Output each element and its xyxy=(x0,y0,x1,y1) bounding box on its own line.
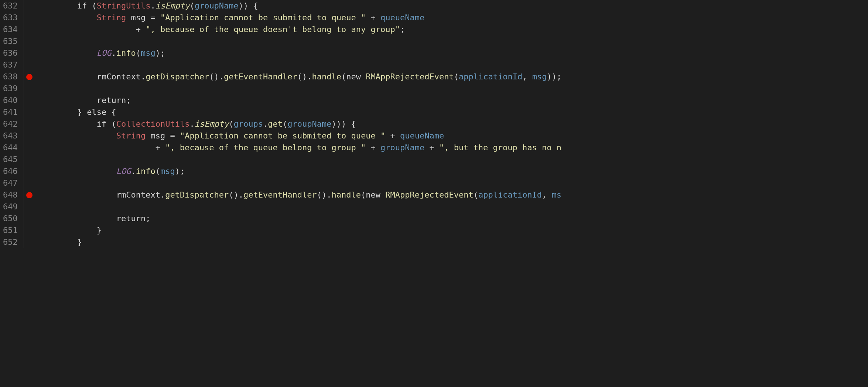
code-line[interactable]: if (CollectionUtils.isEmpty(groups.get(g… xyxy=(38,118,868,130)
code-token: ( xyxy=(283,118,287,130)
code-token: handle xyxy=(332,189,361,201)
code-line[interactable] xyxy=(38,59,868,71)
code-token: ", because of the queue doesn't belong t… xyxy=(146,24,400,35)
code-token: return xyxy=(97,95,126,106)
code-token xyxy=(38,12,97,24)
line-number: 633 xyxy=(3,12,19,24)
breakpoint-cell[interactable] xyxy=(24,59,35,71)
code-line[interactable]: String msg = "Application cannot be subm… xyxy=(38,12,868,24)
breakpoint-cell[interactable] xyxy=(24,142,35,154)
breakpoint-cell[interactable] xyxy=(24,165,35,177)
line-number: 646 xyxy=(3,165,19,177)
code-token: . xyxy=(141,71,146,83)
breakpoint-cell[interactable] xyxy=(24,189,35,201)
code-token: isEmpty xyxy=(156,0,190,12)
code-token: getEventHandler xyxy=(224,71,297,83)
line-number: 651 xyxy=(3,225,19,236)
code-line[interactable]: } else { xyxy=(38,106,868,118)
code-area[interactable]: if (StringUtils.isEmpty(groupName)) { St… xyxy=(35,0,868,248)
breakpoint-cell[interactable] xyxy=(24,95,35,106)
breakpoint-cell[interactable] xyxy=(24,177,35,189)
code-line[interactable]: + ", because of the queue belong to grou… xyxy=(38,142,868,154)
breakpoint-cell[interactable] xyxy=(24,47,35,59)
code-token: ( xyxy=(474,189,478,201)
code-token: (). xyxy=(317,189,332,201)
code-editor[interactable]: 6326336346356366376386396406416426436446… xyxy=(0,0,868,248)
breakpoint-cell[interactable] xyxy=(24,71,35,83)
code-token: ", but the group has no n xyxy=(439,142,561,154)
code-token: = xyxy=(146,12,160,24)
code-line[interactable] xyxy=(38,35,868,47)
code-token: else xyxy=(87,106,106,118)
code-token: } xyxy=(38,225,102,236)
breakpoint-cell[interactable] xyxy=(24,213,35,225)
code-token: ; xyxy=(146,213,150,225)
code-line[interactable]: return; xyxy=(38,213,868,225)
breakpoint-gutter[interactable] xyxy=(24,0,35,248)
code-token: msg xyxy=(532,71,547,83)
breakpoint-cell[interactable] xyxy=(24,35,35,47)
code-token: if xyxy=(97,118,107,130)
code-line[interactable] xyxy=(38,201,868,213)
code-line[interactable]: } xyxy=(38,236,868,248)
breakpoint-icon[interactable] xyxy=(26,74,33,80)
code-token: )) { xyxy=(239,0,258,12)
code-line[interactable]: rmContext.getDispatcher().getEventHandle… xyxy=(38,189,868,201)
breakpoint-cell[interactable] xyxy=(24,225,35,236)
breakpoint-cell[interactable] xyxy=(24,106,35,118)
code-line[interactable] xyxy=(38,154,868,165)
breakpoint-cell[interactable] xyxy=(24,83,35,95)
code-token: ); xyxy=(175,165,185,177)
code-token: + xyxy=(366,12,380,24)
code-token xyxy=(38,71,97,83)
code-token xyxy=(38,118,97,130)
code-line[interactable] xyxy=(38,83,868,95)
code-token: ( xyxy=(156,165,160,177)
breakpoint-cell[interactable] xyxy=(24,24,35,35)
breakpoint-icon[interactable] xyxy=(26,192,33,198)
code-token: ( xyxy=(341,71,346,83)
code-token: groups xyxy=(234,118,263,130)
code-token: , xyxy=(542,189,552,201)
code-line[interactable]: + ", because of the queue doesn't belong… xyxy=(38,24,868,35)
breakpoint-cell[interactable] xyxy=(24,12,35,24)
line-number: 644 xyxy=(3,142,19,154)
code-token: StringUtils xyxy=(97,0,151,12)
code-token xyxy=(38,95,97,106)
code-token xyxy=(38,189,116,201)
code-token: rmContext xyxy=(97,71,141,83)
code-token: return xyxy=(116,213,146,225)
code-line[interactable]: if (StringUtils.isEmpty(groupName)) { xyxy=(38,0,868,12)
code-token: + xyxy=(366,142,380,154)
code-token: , xyxy=(522,71,532,83)
code-token: info xyxy=(136,165,156,177)
code-token: = xyxy=(165,130,180,142)
code-line[interactable]: rmContext.getDispatcher().getEventHandle… xyxy=(38,71,868,83)
code-token: ( xyxy=(87,0,97,12)
code-token xyxy=(38,213,116,225)
code-token: groupName xyxy=(195,0,239,12)
line-number: 641 xyxy=(3,106,19,118)
code-token: )); xyxy=(547,71,561,83)
code-line[interactable]: LOG.info(msg); xyxy=(38,47,868,59)
code-line[interactable] xyxy=(38,177,868,189)
code-line[interactable]: return; xyxy=(38,95,868,106)
breakpoint-cell[interactable] xyxy=(24,130,35,142)
code-token xyxy=(38,165,116,177)
code-line[interactable]: LOG.info(msg); xyxy=(38,165,868,177)
code-token: ms xyxy=(552,189,562,201)
line-number: 652 xyxy=(3,236,19,248)
code-line[interactable]: String msg = "Application cannot be subm… xyxy=(38,130,868,142)
code-token xyxy=(361,71,366,83)
code-line[interactable]: } xyxy=(38,225,868,236)
breakpoint-cell[interactable] xyxy=(24,154,35,165)
code-token: get xyxy=(268,118,283,130)
code-token: applicationId xyxy=(459,71,522,83)
code-token: (). xyxy=(297,71,312,83)
breakpoint-cell[interactable] xyxy=(24,118,35,130)
breakpoint-cell[interactable] xyxy=(24,236,35,248)
line-number: 632 xyxy=(3,0,19,12)
line-number: 650 xyxy=(3,213,19,225)
breakpoint-cell[interactable] xyxy=(24,201,35,213)
breakpoint-cell[interactable] xyxy=(24,0,35,12)
